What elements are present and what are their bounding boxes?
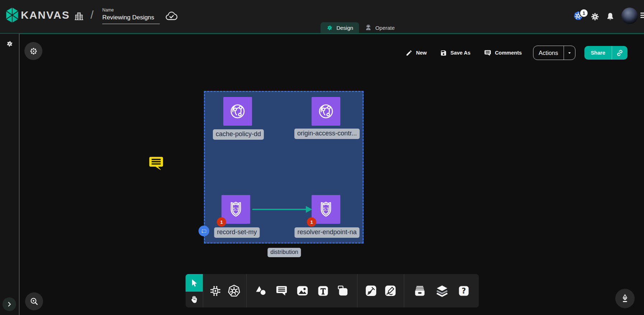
pen-tool[interactable]: [365, 284, 377, 297]
brand-name: KANVAS: [21, 9, 70, 21]
toolbox: [186, 274, 479, 307]
cloud-sync-button[interactable]: [165, 9, 178, 23]
layers-tool[interactable]: [435, 284, 449, 297]
image-icon: [296, 284, 309, 297]
operate-headset-icon: [365, 24, 372, 31]
mode-tabs: Design Operate: [321, 22, 401, 33]
node-error-badge[interactable]: 1: [217, 217, 226, 227]
save-as-button[interactable]: Save As: [438, 49, 473, 57]
pointer-tool-group: [186, 274, 203, 307]
note-icon: [337, 284, 349, 297]
kubernetes-wheel-icon: [227, 284, 241, 298]
drawer-tool[interactable]: [413, 284, 426, 297]
actions-button[interactable]: Actions: [533, 46, 564, 60]
pen-tool-icon: [365, 284, 377, 297]
comments-button-label: Comments: [495, 50, 522, 56]
bell-icon: [606, 12, 615, 21]
comments-button[interactable]: Comments: [482, 49, 524, 57]
building-icon: [74, 11, 84, 22]
text-tool[interactable]: [317, 285, 329, 297]
text-icon: [317, 285, 329, 297]
node-label-cache-policy[interactable]: cache-policy-dd: [213, 129, 264, 140]
app-header: KANVAS / Name Design Operate: [0, 0, 644, 33]
save-as-button-label: Save As: [451, 50, 471, 56]
shapes-tool[interactable]: [255, 284, 268, 297]
caret-down-icon: [566, 50, 573, 56]
chevron-right-icon: [6, 301, 13, 307]
group-label-distribution[interactable]: distribution: [267, 248, 301, 257]
select-tool-button[interactable]: [186, 274, 203, 292]
notifications-button[interactable]: [606, 12, 615, 21]
doodle-tool[interactable]: [384, 284, 397, 297]
cloudfront-globe-icon: [317, 102, 335, 121]
doodle-icon: [384, 284, 397, 297]
kubernetes-count-badge[interactable]: 1: [579, 9, 588, 18]
circuit-icon: [209, 284, 222, 298]
gear-icon: [591, 12, 599, 21]
pan-tool-button[interactable]: [186, 292, 203, 307]
name-field-label: Name: [102, 8, 160, 13]
comment-icon: [275, 284, 288, 297]
sidebar-expand-button[interactable]: [3, 297, 16, 311]
tab-operate-label: Operate: [375, 25, 395, 31]
design-name-field: Name: [102, 8, 160, 24]
share-button[interactable]: Share: [584, 46, 612, 60]
node-origin-access-control[interactable]: [312, 97, 340, 126]
comment-tool[interactable]: [275, 284, 288, 297]
comment-icon: [484, 49, 491, 57]
zoom-in-icon: [29, 297, 39, 306]
cloudfront-globe-icon: [228, 102, 247, 121]
node-record-set[interactable]: 1: [221, 195, 250, 224]
organization-button[interactable]: [74, 11, 84, 22]
new-button[interactable]: New: [403, 49, 429, 57]
actions-dropdown-button[interactable]: [564, 46, 575, 60]
overflow-menu-button[interactable]: [640, 13, 644, 18]
settings-button[interactable]: [591, 12, 599, 21]
flower-icon: [29, 47, 38, 56]
copy-link-button[interactable]: [612, 46, 627, 60]
header-divider: [0, 33, 644, 34]
image-tool[interactable]: [296, 284, 309, 297]
menu-icon: [640, 13, 644, 14]
save-icon: [440, 50, 447, 56]
selected-group-distribution[interactable]: cache-policy-dd origin-access-contr... 1…: [204, 91, 364, 244]
group-selection-handle[interactable]: [199, 226, 209, 236]
design-name-input[interactable]: [102, 13, 160, 24]
tab-design[interactable]: Design: [321, 22, 359, 33]
node-label-origin-access-control[interactable]: origin-access-contr...: [294, 129, 360, 139]
meshsync-status-button[interactable]: [24, 42, 42, 60]
note-tool[interactable]: [337, 284, 349, 297]
kanvas-app: KANVAS / Name Design Operate: [0, 0, 644, 315]
node-resolver-endpoint[interactable]: 1: [312, 195, 340, 224]
architecture-components-tool[interactable]: [209, 284, 222, 298]
user-avatar[interactable]: [621, 8, 638, 24]
node-error-badge[interactable]: 1: [307, 217, 316, 227]
kanvas-logo-icon: [5, 7, 20, 23]
node-label-resolver-endpoint[interactable]: resolver-endpoint-na: [294, 227, 359, 238]
zoom-in-button[interactable]: [25, 292, 43, 310]
question-icon: [458, 285, 470, 297]
kubernetes-components-tool[interactable]: [227, 284, 241, 298]
canvas-comment-marker[interactable]: [148, 155, 164, 171]
node-label-record-set[interactable]: record-set-my: [214, 227, 260, 238]
toolbox-section-annotation: [246, 274, 357, 307]
tab-design-label: Design: [336, 25, 353, 31]
comment-marker-icon: [148, 155, 164, 171]
help-tool[interactable]: [458, 285, 470, 297]
route53-shield-icon: [226, 200, 246, 219]
link-icon: [616, 49, 624, 57]
shapes-icon: [255, 284, 268, 297]
sidebar-meshery-item[interactable]: [6, 40, 14, 48]
node-cache-policy[interactable]: [223, 97, 252, 126]
dashed-rect-handle-icon: [201, 228, 207, 235]
cursor-icon: [190, 278, 199, 288]
left-sidebar: [0, 34, 19, 315]
design-spiral-icon: [326, 24, 333, 31]
whiteboarding-button[interactable]: [615, 289, 635, 308]
new-button-label: New: [416, 50, 427, 56]
canvas-action-bar: New Save As Comments Actions Share: [403, 46, 627, 60]
tab-operate[interactable]: Operate: [359, 22, 401, 33]
pencil-icon: [406, 50, 412, 56]
toolbox-section-draw: [357, 274, 404, 307]
share-split-button: Share: [584, 46, 627, 60]
